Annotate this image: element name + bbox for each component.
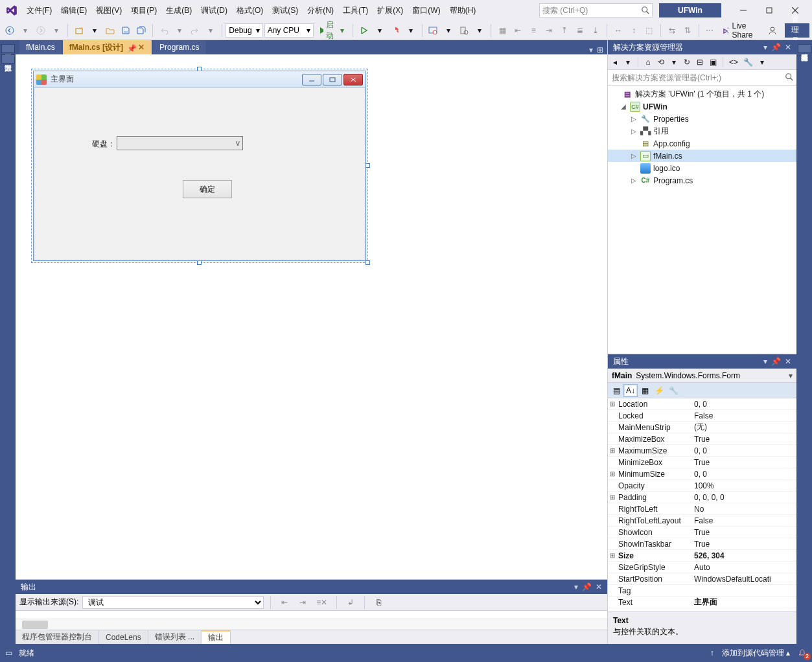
property-pages-button[interactable]: ▦: [638, 384, 652, 397]
redo-dropdown[interactable]: ▾: [203, 23, 218, 38]
new-project-button[interactable]: [72, 23, 86, 38]
sx-show-all[interactable]: ▣: [707, 56, 719, 69]
property-value[interactable]: True: [691, 528, 796, 537]
save-all-button[interactable]: [134, 23, 148, 38]
menu-编辑(E)[interactable]: 编辑(E): [56, 3, 91, 19]
nav-back-button[interactable]: [3, 23, 17, 38]
sx-sync-dd[interactable]: ▾: [668, 56, 680, 69]
ok-button[interactable]: 确定: [183, 180, 232, 198]
menu-扩展(X)[interactable]: 扩展(X): [373, 3, 408, 19]
solution-explorer-header[interactable]: 解决方案资源管理器 ▾📌✕: [608, 40, 796, 54]
sx-home[interactable]: ⌂: [642, 56, 654, 69]
menu-测试(S)[interactable]: 测试(S): [268, 3, 303, 19]
output-text-area[interactable]: [16, 611, 607, 619]
toolbar-overflow[interactable]: ⋯: [702, 23, 717, 38]
feedback-button[interactable]: [765, 23, 780, 38]
new-project-dropdown[interactable]: ▾: [87, 23, 102, 38]
bottom-tab[interactable]: 输出: [202, 630, 231, 644]
hot-reload-dropdown[interactable]: ▾: [404, 23, 418, 38]
tab-overflow-button[interactable]: ▾: [589, 45, 593, 54]
panel-pin-icon[interactable]: 📌: [582, 582, 592, 591]
property-value[interactable]: 0, 0: [691, 446, 796, 455]
find-in-files-button[interactable]: [457, 23, 471, 38]
messages-button[interactable]: 🔧: [666, 384, 680, 397]
start-without-debug-dropdown[interactable]: ▾: [373, 23, 387, 38]
tab-close-button[interactable]: ✕: [137, 43, 145, 51]
align-bottom-button[interactable]: ⤓: [588, 23, 603, 38]
property-value[interactable]: 0, 0: [691, 400, 796, 409]
solution-name-badge[interactable]: UFWin: [659, 3, 721, 17]
align-grid-button[interactable]: ▦: [495, 23, 509, 38]
form-selection[interactable]: 主界面 硬盘： v 确定: [31, 69, 368, 263]
output-wrap-button[interactable]: ↲: [343, 595, 358, 610]
property-value[interactable]: False: [691, 411, 796, 420]
quick-search-input[interactable]: [540, 4, 652, 17]
property-value[interactable]: True: [691, 540, 796, 549]
solution-config-combo[interactable]: Debug▾: [226, 23, 262, 38]
menu-调试(D)[interactable]: 调试(D): [196, 3, 232, 19]
vspace-equal-button[interactable]: ⇅: [680, 23, 695, 38]
property-value[interactable]: No: [691, 505, 796, 514]
doc-tab[interactable]: fMain.cs: [19, 40, 62, 54]
undo-button[interactable]: [157, 23, 171, 38]
property-row[interactable]: ShowInTaskbarTrue: [608, 538, 796, 550]
expand-toggle[interactable]: ⊞: [608, 552, 617, 559]
sx-sync[interactable]: ⟲: [655, 56, 667, 69]
property-row[interactable]: MinimizeBoxTrue: [608, 457, 796, 468]
admin-badge[interactable]: 管理员: [785, 23, 810, 38]
align-left-button[interactable]: ⇤: [511, 23, 525, 38]
properties-object-selector[interactable]: fMain System.Windows.Forms.Form ▾: [608, 369, 796, 383]
menu-生成(B)[interactable]: 生成(B): [161, 3, 196, 19]
output-panel-header[interactable]: 输出 ▾ 📌 ✕: [16, 580, 607, 594]
panel-close-icon[interactable]: ✕: [785, 43, 791, 52]
hspace-equal-button[interactable]: ⇆: [665, 23, 679, 38]
fmain-node[interactable]: ▷▭fMain.cs: [608, 150, 796, 162]
nav-forward-history[interactable]: ▾: [49, 23, 64, 38]
align-middle-button[interactable]: ≣: [573, 23, 587, 38]
disk-combobox[interactable]: v: [117, 136, 243, 150]
sx-back[interactable]: ◂: [609, 56, 621, 69]
properties-node[interactable]: ▷🔧Properties: [608, 113, 796, 125]
property-row[interactable]: LockedFalse: [608, 410, 796, 422]
toolbox-tab[interactable]: 工具箱: [1, 44, 15, 53]
find-in-files-dropdown[interactable]: ▾: [472, 23, 487, 38]
undo-dropdown[interactable]: ▾: [172, 23, 187, 38]
bottom-tab[interactable]: 错误列表 ...: [148, 630, 202, 644]
property-value[interactable]: 100%: [691, 481, 796, 490]
panel-pin-icon[interactable]: 📌: [771, 357, 781, 366]
output-source-select[interactable]: 调试: [82, 596, 264, 609]
start-without-debug-button[interactable]: [357, 23, 371, 38]
properties-grid[interactable]: ⊞Location0, 0LockedFalseMainMenuStrip(无)…: [608, 398, 796, 611]
categorized-button[interactable]: ▤: [609, 384, 623, 397]
panel-dropdown-icon[interactable]: ▾: [574, 582, 578, 591]
property-row[interactable]: StartPositionWindowsDefaultLocati: [608, 573, 796, 585]
output-next-button[interactable]: ⇥: [296, 595, 310, 610]
doc-tab[interactable]: Program.cs: [153, 40, 205, 54]
property-row[interactable]: MaximizeBoxTrue: [608, 433, 796, 445]
data-sources-tab[interactable]: 数据源: [1, 54, 15, 63]
sx-back-dd[interactable]: ▾: [622, 56, 634, 69]
property-value[interactable]: 主界面: [691, 597, 796, 608]
align-right-button[interactable]: ⇥: [542, 23, 556, 38]
solution-root-node[interactable]: ▤解决方案 'UFWin' (1 个项目，共 1 个): [608, 88, 796, 100]
property-row[interactable]: MainMenuStrip(无): [608, 422, 796, 433]
solution-tree[interactable]: ▤解决方案 'UFWin' (1 个项目，共 1 个) ◢C#UFWin ▷🔧P…: [608, 86, 796, 354]
browser-link-button[interactable]: [426, 23, 440, 38]
property-value[interactable]: 526, 304: [691, 551, 796, 560]
quick-search[interactable]: [539, 3, 653, 17]
solution-explorer-search[interactable]: [608, 70, 796, 86]
status-output-icon[interactable]: ▭: [5, 648, 12, 657]
notifications-button[interactable]: 2: [798, 648, 807, 657]
sx-refresh[interactable]: ↻: [681, 56, 693, 69]
property-value[interactable]: WindowsDefaultLocati: [691, 575, 796, 584]
menu-分析(N)[interactable]: 分析(N): [303, 3, 338, 19]
designed-form[interactable]: 主界面 硬盘： v 确定: [33, 71, 366, 261]
bottom-tab[interactable]: CodeLens: [99, 630, 148, 644]
logo-node[interactable]: logo.ico: [608, 162, 796, 174]
expand-toggle[interactable]: ⊞: [608, 447, 617, 454]
property-value[interactable]: (无): [691, 422, 796, 433]
output-prev-button[interactable]: ⇤: [277, 595, 292, 610]
menu-格式(O)[interactable]: 格式(O): [232, 3, 268, 19]
menu-文件(F)[interactable]: 文件(F): [22, 3, 56, 19]
window-minimize-button[interactable]: [730, 1, 756, 19]
